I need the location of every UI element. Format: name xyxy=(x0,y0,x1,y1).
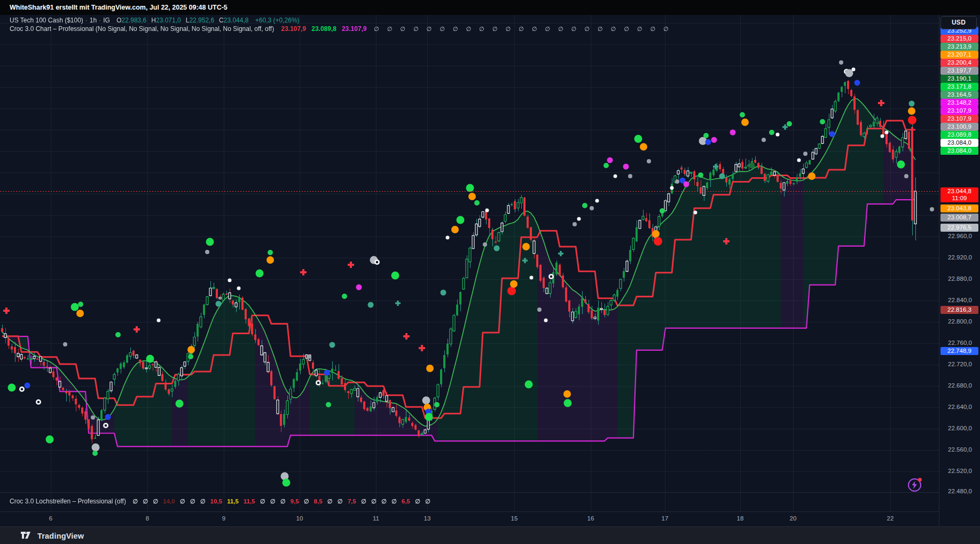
price-label: 22.816,3 xyxy=(940,306,978,314)
price-label: 23.200,4 xyxy=(940,59,978,67)
attribution-text: WhiteShark91 erstellt mit TradingView.co… xyxy=(10,4,228,11)
price-tick: 22.800,0 xyxy=(939,318,980,325)
tradingview-logo[interactable]: TradingView xyxy=(20,531,84,541)
lightning-bolt-icon xyxy=(911,481,918,489)
price-tick: 22.840,0 xyxy=(939,297,980,303)
price-label: 23.089,8 xyxy=(940,131,978,139)
time-tick: 22 xyxy=(887,515,894,522)
time-tick: 9 xyxy=(222,515,225,522)
price-tick: 22.960,0 xyxy=(939,233,980,239)
price-chart-canvas[interactable] xyxy=(0,15,939,511)
price-label: 23.084,0 xyxy=(940,139,978,147)
lochstreifen-value: 11,5 xyxy=(244,498,255,504)
lochstreifen-value: ∅ xyxy=(371,498,377,504)
time-tick: 10 xyxy=(296,515,303,522)
lochstreifen-value: ∅ xyxy=(200,498,206,504)
countdown-timer: 11:09 xyxy=(952,195,967,201)
indicator-empty-values: ∅ ∅ ∅ ∅ ∅ ∅ ∅ ∅ ∅ ∅ ∅ ∅ ∅ ∅ ∅ ∅ ∅ ∅ ∅ ∅ … xyxy=(374,26,672,32)
price-label: 23.107,9 xyxy=(940,107,978,115)
lochstreifen-value: ∅ xyxy=(381,498,387,504)
price-label: 22.976,5 xyxy=(940,224,978,232)
time-axis[interactable]: 689101113151617182022 xyxy=(0,511,939,527)
price-tick: 22.720,0 xyxy=(939,361,980,367)
lochstreifen-value: ∅ xyxy=(338,498,343,504)
pane-separator[interactable] xyxy=(0,492,939,493)
lochstreifen-value: ∅ xyxy=(304,498,309,504)
lochstreifen-value: 14,0 xyxy=(163,498,175,504)
ohlc-value: 22.952,6 xyxy=(189,17,214,24)
legend-separator: · xyxy=(85,17,88,24)
time-tick: 15 xyxy=(511,515,518,522)
tradingview-logo-icon xyxy=(20,531,33,541)
interval-label[interactable]: 1h xyxy=(90,17,97,24)
price-label: 23.215,0 xyxy=(940,35,978,43)
time-tick: 18 xyxy=(737,515,744,522)
lochstreifen-value: ∅ xyxy=(132,498,138,504)
lochstreifen-value: 8,5 xyxy=(314,498,323,504)
price-label: 22.748,9 xyxy=(940,347,978,355)
ohlc-value: 22.983,6 xyxy=(122,17,147,24)
lochstreifen-value: ∅ xyxy=(391,498,397,504)
lochstreifen-value: ∅ xyxy=(270,498,276,504)
lochstreifen-value: 10,5 xyxy=(210,498,222,504)
price-label: 23.197,7 xyxy=(940,67,978,75)
price-label: 23.164,5 xyxy=(940,91,978,99)
flash-notification-icon[interactable] xyxy=(908,478,921,492)
ohlc-key: O xyxy=(116,17,121,24)
ohlc-key: C xyxy=(219,17,224,24)
lochstreifen-value: ∅ xyxy=(260,498,265,504)
price-tick: 22.680,0 xyxy=(939,382,980,389)
price-tick: 22.760,0 xyxy=(939,340,980,346)
ohlc-value: 23.044,8 xyxy=(224,17,249,24)
lochstreifen-value: ∅ xyxy=(180,498,185,504)
price-tick: 22.560,0 xyxy=(939,446,980,453)
broker-label[interactable]: IG xyxy=(103,17,110,24)
lochstreifen-value: 9,5 xyxy=(291,498,299,504)
price-label: 23.207,1 xyxy=(940,51,978,59)
tradingview-brand-text: TradingView xyxy=(37,532,84,540)
time-tick: 20 xyxy=(790,515,797,522)
indicator-value: 23.107,9 xyxy=(342,25,367,33)
price-label: 23.008,7 xyxy=(940,214,978,222)
price-tick: 22.880,0 xyxy=(939,275,980,282)
price-label: 23.171,8 xyxy=(940,83,978,91)
indicator-legend-lochstreifen[interactable]: Croc 3.0 Lochstreifen – Professional (of… xyxy=(10,498,430,505)
indicator-legend-croc-chart[interactable]: Croc 3.0 Chart – Professional (No Signal… xyxy=(10,25,672,33)
time-tick: 8 xyxy=(146,515,149,522)
change-value: +60,3 (+0,26%) xyxy=(255,17,300,24)
price-label: 23.213,9 xyxy=(940,43,978,51)
price-label: 23.044,811:09 xyxy=(940,187,978,202)
time-tick: 6 xyxy=(49,515,52,522)
indicator-title[interactable]: Croc 3.0 Lochstreifen – Professional (of… xyxy=(10,498,126,505)
lochstreifen-value: ∅ xyxy=(361,498,366,504)
lochstreifen-value: ∅ xyxy=(190,498,195,504)
lochstreifen-value: ∅ xyxy=(143,498,148,504)
price-tick: 22.520,0 xyxy=(939,468,980,474)
price-tick: 22.640,0 xyxy=(939,404,980,410)
price-tick: 22.480,0 xyxy=(939,488,980,494)
price-label: 23.190,1 xyxy=(940,75,978,83)
indicator-values: 23.107,923.089,823.107,9 xyxy=(276,25,367,33)
price-tick: 22.920,0 xyxy=(939,254,980,261)
lochstreifen-value: 7,5 xyxy=(348,498,356,504)
price-scale[interactable]: 23.252,923.215,023.213,923.207,123.200,4… xyxy=(939,15,980,526)
lochstreifen-value: ∅ xyxy=(327,498,333,504)
symbol-legend[interactable]: US Tech 100 Cash ($100)·1h·IG O22.983,6H… xyxy=(10,17,300,24)
ohlc-value: 23.071,0 xyxy=(156,17,181,24)
notification-dot xyxy=(918,478,922,482)
currency-button[interactable]: USD xyxy=(940,16,977,29)
price-tick: 22.600,0 xyxy=(939,425,980,431)
lochstreifen-value: ∅ xyxy=(280,498,286,504)
indicator-value: 23.089,8 xyxy=(311,25,336,33)
price-label: 23.043,8 xyxy=(940,204,978,212)
indicator-title[interactable]: Croc 3.0 Chart – Professional (No Signal… xyxy=(10,25,274,33)
lochstreifen-value: ∅ xyxy=(415,498,420,504)
attribution-bar: WhiteShark91 erstellt mit TradingView.co… xyxy=(0,0,980,15)
time-tick: 11 xyxy=(373,515,379,522)
price-label: 23.148,2 xyxy=(940,99,978,107)
price-label: 23.107,9 xyxy=(940,115,978,123)
footer-bar: TradingView xyxy=(0,526,980,544)
time-tick: 13 xyxy=(424,515,431,522)
symbol-name[interactable]: US Tech 100 Cash ($100) xyxy=(10,17,83,24)
time-tick: 16 xyxy=(587,515,594,522)
